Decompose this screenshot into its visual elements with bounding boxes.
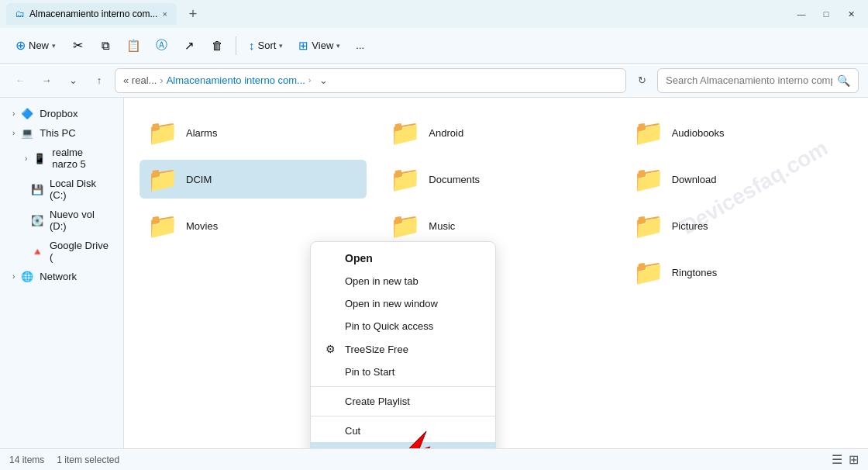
list-view-icon[interactable]: ☰ — [832, 452, 842, 467]
new-button[interactable]: ⊕ New ▾ — [9, 33, 62, 59]
delete-button[interactable]: 🗑 — [205, 33, 229, 58]
statusbar: 14 items 1 item selected ☰ ⊞ — [0, 448, 868, 470]
recent-button[interactable]: ⌄ — [62, 70, 84, 92]
file-item[interactable]: 📁 Audiobooks — [625, 113, 852, 152]
titlebar: 🗂 Almacenamiento interno com... × + — □ … — [0, 0, 868, 28]
sidebar-label-dropbox: Dropbox — [40, 108, 78, 119]
cut-icon: ✂ — [73, 38, 83, 53]
view-button[interactable]: ⊞ View ▾ — [292, 33, 346, 59]
ctx-create-playlist[interactable]: Create Playlist — [311, 390, 495, 413]
folder-icon: 📁 — [147, 118, 178, 147]
forward-button[interactable]: → — [36, 70, 57, 92]
path-dropdown-button[interactable]: ⌄ — [314, 70, 332, 92]
maximize-button[interactable]: □ — [815, 6, 837, 22]
file-item[interactable]: 📁 Ringtones — [625, 253, 852, 292]
file-item[interactable]: 📁 Music — [382, 206, 609, 245]
file-item[interactable]: 📁 Pictures — [625, 206, 852, 245]
file-name: Download — [672, 174, 717, 185]
file-item-dcim[interactable]: 📁 DCIM — [140, 160, 367, 199]
sidebar-label-realme: realme narzo 5 — [52, 147, 111, 170]
file-name: Android — [429, 127, 463, 139]
folder-icon: 📁 — [633, 211, 664, 240]
path-separator: › — [160, 74, 163, 86]
cut-button[interactable]: ✂ — [65, 33, 90, 58]
minimize-button[interactable]: — — [790, 6, 812, 22]
sidebar-item-local-disk[interactable]: 💾 Local Disk (C:) — [3, 174, 120, 205]
address-path[interactable]: « real... › Almacenamiento interno com..… — [115, 68, 626, 93]
rename-button[interactable]: Ⓐ — [149, 33, 174, 58]
toolbar: ⊕ New ▾ ✂ ⧉ 📋 Ⓐ ↗ 🗑 ↕ Sort ▾ ⊞ View ▾ ..… — [0, 28, 868, 64]
sidebar-item-google-drive[interactable]: 🔺 Google Drive ( — [3, 236, 120, 267]
sidebar-label-google-drive: Google Drive ( — [50, 240, 111, 263]
rename-icon: Ⓐ — [156, 38, 167, 53]
sidebar-item-dropbox[interactable]: › 🔷 Dropbox — [3, 104, 120, 123]
sidebar-label-network: Network — [40, 271, 77, 282]
file-name: Music — [429, 220, 455, 232]
tab-close-button[interactable]: × — [162, 9, 167, 19]
ctx-open-new-window[interactable]: Open in new window — [311, 292, 495, 315]
new-caret-icon: ▾ — [52, 42, 56, 50]
file-name: DCIM — [186, 174, 212, 185]
new-icon: ⊕ — [16, 38, 26, 53]
folder-icon: 📁 — [147, 164, 178, 194]
sidebar-item-realme[interactable]: › 📱 realme narzo 5 — [3, 143, 120, 174]
sort-button[interactable]: ↕ Sort ▾ — [243, 33, 289, 59]
sidebar-item-network[interactable]: › 🌐 Network — [3, 267, 120, 286]
grid-view-icon[interactable]: ⊞ — [849, 452, 859, 467]
paste-button[interactable]: 📋 — [121, 33, 146, 58]
search-box[interactable]: 🔍 — [657, 68, 859, 93]
treesize-icon: ⚙ — [323, 343, 337, 355]
more-button[interactable]: ... — [350, 33, 370, 59]
paste-icon: 📋 — [126, 39, 141, 53]
file-name: Movies — [186, 220, 218, 232]
back-button[interactable]: ← — [9, 70, 31, 92]
file-name: Ringtones — [672, 267, 718, 278]
sidebar-item-nuevo-vol[interactable]: 💽 Nuevo vol (D:) — [3, 205, 120, 236]
ctx-open-new-tab[interactable]: Open in new tab — [311, 270, 495, 292]
ctx-treesize[interactable]: ⚙ TreeSize Free — [311, 337, 495, 361]
folder-icon: 📁 — [633, 164, 664, 194]
folder-icon: 📁 — [633, 257, 664, 287]
file-grid: 📁 Alarms 📁 Android 📁 Audiobooks 📁 DCIM 📁… — [140, 113, 852, 292]
sidebar-item-this-pc[interactable]: › 💻 This PC — [3, 123, 120, 143]
active-tab[interactable]: 🗂 Almacenamiento interno com... × — [6, 3, 177, 25]
path-main[interactable]: Almacenamiento interno com... — [167, 74, 305, 86]
local-disk-icon: 💾 — [31, 184, 43, 195]
main-layout: › 🔷 Dropbox › 💻 This PC › 📱 realme narzo… — [0, 98, 868, 448]
new-tab-button[interactable]: + — [183, 6, 204, 22]
folder-icon: 📁 — [390, 118, 421, 147]
share-button[interactable]: ↗ — [177, 33, 202, 58]
sidebar-label-this-pc: This PC — [40, 127, 75, 139]
file-item[interactable]: 📁 Alarms — [140, 113, 367, 152]
file-item[interactable]: 📁 Android — [382, 113, 609, 152]
up-button[interactable]: ↑ — [88, 70, 110, 92]
ctx-pin-start[interactable]: Pin to Start — [311, 361, 495, 383]
file-item[interactable]: 📁 Movies — [140, 206, 367, 245]
ctx-cut[interactable]: Cut — [311, 420, 495, 442]
dropbox-icon: 🔷 — [21, 108, 33, 119]
view-caret-icon: ▾ — [336, 42, 340, 50]
ctx-open[interactable]: Open — [311, 247, 495, 270]
context-menu: Open Open in new tab Open in new window … — [310, 241, 496, 448]
chevron-icon: › — [12, 109, 15, 118]
close-button[interactable]: ✕ — [840, 6, 862, 22]
copy-button[interactable]: ⧉ — [93, 33, 118, 58]
ctx-separator-2 — [311, 416, 495, 416]
chevron-icon: › — [25, 154, 27, 163]
copy-icon: ⧉ — [102, 39, 110, 53]
search-icon: 🔍 — [837, 74, 850, 87]
items-count: 14 items — [9, 454, 44, 465]
chevron-icon: › — [12, 129, 15, 137]
selected-count: 1 item selected — [57, 454, 119, 465]
search-input[interactable] — [666, 74, 832, 86]
file-item[interactable]: 📁 Documents — [382, 160, 609, 199]
network-icon: 🌐 — [21, 271, 33, 282]
path-arrow-icon: › — [308, 76, 311, 85]
ctx-copy[interactable]: Copy — [311, 442, 495, 448]
refresh-button[interactable]: ↻ — [631, 70, 653, 92]
ctx-pin-quick[interactable]: Pin to Quick access — [311, 315, 495, 337]
sort-caret-icon: ▾ — [279, 42, 283, 50]
window-controls: — □ ✕ — [790, 6, 862, 22]
file-item[interactable]: 📁 Download — [625, 160, 852, 199]
folder-icon: 📁 — [633, 118, 664, 147]
